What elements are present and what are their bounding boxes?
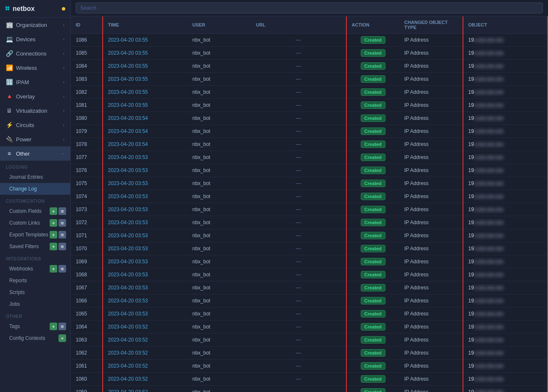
sidebar-item-scripts[interactable]: Scripts [0,286,70,298]
cell-type: IP Address [399,307,463,320]
sidebar-item-tags[interactable]: Tags + ≡ [0,320,70,332]
cell-action: Created [346,73,399,86]
cell-id: 1068 [71,268,103,281]
cell-url: — [251,255,346,268]
col-type: Changed Object Type [399,16,463,34]
cell-type: IP Address [399,268,463,281]
cell-action: Created [346,164,399,177]
custom-fields-config-btn[interactable]: ≡ [59,207,66,215]
sidebar-item-journal-entries[interactable]: Journal Entries [0,171,70,183]
cell-object: 19x.xxx.xxx.xxx [463,34,548,47]
custom-links-add-btn[interactable]: + [50,219,57,227]
cell-action: Created [346,151,399,164]
table-row: 10832023-04-20 03:55nbx_bot—CreatedIP Ad… [71,73,548,86]
saved-filters-config-btn[interactable]: ≡ [59,243,66,250]
cell-user: nbx_bot [187,334,251,347]
cell-user: nbx_bot [187,347,251,360]
cell-user: nbx_bot [187,34,251,47]
cell-id: 1075 [71,177,103,190]
cell-type: IP Address [399,203,463,216]
cell-type: IP Address [399,164,463,177]
sidebar-item-organization[interactable]: 🏢 Organization › [0,18,70,32]
table-row: 10722023-04-20 03:53nbx_bot—CreatedIP Ad… [71,216,548,229]
sidebar-item-ipam[interactable]: 🔢 IPAM › [0,75,70,89]
virtualization-icon: 🖥 [6,107,13,114]
sidebar-item-wireless[interactable]: 📶 Wireless › [0,61,70,75]
cell-url: — [251,112,346,125]
sidebar-item-circuits[interactable]: ⚡ Circuits › [0,118,70,132]
cell-user: nbx_bot [187,229,251,242]
sidebar-item-custom-fields[interactable]: Custom Fields + ≡ [0,205,70,217]
logo-area: ⌗ netbox [0,0,70,18]
cell-action: Created [346,125,399,138]
sidebar-item-saved-filters[interactable]: Saved Filters + ≡ [0,241,70,252]
cell-time: 2023-04-20 03:52 [103,373,187,386]
sidebar-item-reports[interactable]: Reports [0,275,70,286]
chevron-down-icon: − [62,151,64,156]
cell-time: 2023-04-20 03:54 [103,125,187,138]
table-row: 10592023-04-20 03:52nbx_bot—CreatedIP Ad… [71,386,548,392]
cell-action: Created [346,60,399,73]
search-input[interactable] [76,3,543,13]
cell-id: 1083 [71,73,103,86]
cell-url: — [251,99,346,112]
sidebar-item-power[interactable]: 🔌 Power › [0,132,70,146]
saved-filters-label: Saved Filters [9,244,39,249]
sidebar-item-virtualization[interactable]: 🖥 Virtualization › [0,103,70,118]
cell-user: nbx_bot [187,47,251,60]
custom-links-config-btn[interactable]: ≡ [59,219,66,227]
config-contexts-add-btn[interactable]: + [59,334,66,342]
cell-id: 1076 [71,164,103,177]
custom-fields-label: Custom Fields [9,208,42,214]
cell-url: — [251,216,346,229]
cell-type: IP Address [399,334,463,347]
table-row: 10672023-04-20 03:53nbx_bot—CreatedIP Ad… [71,281,548,294]
cell-url: — [251,294,346,307]
cell-id: 1066 [71,294,103,307]
status-badge: Created [361,362,386,370]
sidebar-item-jobs[interactable]: Jobs [0,298,70,310]
custom-fields-add-btn[interactable]: + [50,207,57,215]
saved-filters-add-btn[interactable]: + [50,243,57,250]
logging-section-label: LOGGING [0,161,70,171]
webhooks-config-btn[interactable]: ≡ [59,265,66,273]
sidebar-item-connections[interactable]: 🔗 Connections › [0,46,70,61]
status-badge: Created [361,114,386,122]
webhooks-add-btn[interactable]: + [50,265,57,273]
sidebar-item-webhooks[interactable]: Webhooks + ≡ [0,263,70,275]
status-badge: Created [361,193,386,200]
export-templates-add-btn[interactable]: + [50,231,57,238]
sidebar-item-label: Organization [16,22,47,28]
cell-time: 2023-04-20 03:53 [103,242,187,255]
tags-add-btn[interactable]: + [50,323,57,330]
status-badge: Created [361,167,386,174]
sidebar-item-devices[interactable]: 💻 Devices › [0,32,70,46]
sidebar-item-config-contexts[interactable]: Config Contexts + [0,332,70,344]
sidebar-item-other[interactable]: ≡ Other − [0,146,70,161]
cell-time: 2023-04-20 03:53 [103,255,187,268]
cell-action: Created [346,86,399,99]
cell-time: 2023-04-20 03:52 [103,334,187,347]
table-row: 10732023-04-20 03:53nbx_bot—CreatedIP Ad… [71,203,548,216]
sidebar-item-change-log[interactable]: Change Log [0,183,70,195]
cell-object: 19x.xxx.xxx.xxx [463,229,548,242]
cell-action: Created [346,47,399,60]
sidebar-item-label: Devices [16,36,35,42]
cell-time: 2023-04-20 03:52 [103,386,187,392]
config-contexts-label: Config Contexts [9,335,45,341]
sidebar-item-custom-links[interactable]: Custom Links + ≡ [0,217,70,229]
col-url: URL [251,16,346,34]
cell-id: 1077 [71,151,103,164]
status-badge: Created [361,154,386,161]
custom-links-label: Custom Links [9,220,40,226]
sidebar-item-overlay[interactable]: 🔺 Overlay › [0,89,70,103]
sidebar-item-export-templates[interactable]: Export Templates + ≡ [0,229,70,241]
export-templates-config-btn[interactable]: ≡ [59,231,66,238]
table-wrapper: ID Time User URL Action Changed Object T… [71,16,548,392]
cell-user: nbx_bot [187,164,251,177]
table-row: 10712023-04-20 03:53nbx_bot—CreatedIP Ad… [71,229,548,242]
status-badge: Created [361,336,386,344]
tags-config-btn[interactable]: ≡ [59,323,66,330]
cell-action: Created [346,216,399,229]
status-badge: Created [361,388,386,392]
